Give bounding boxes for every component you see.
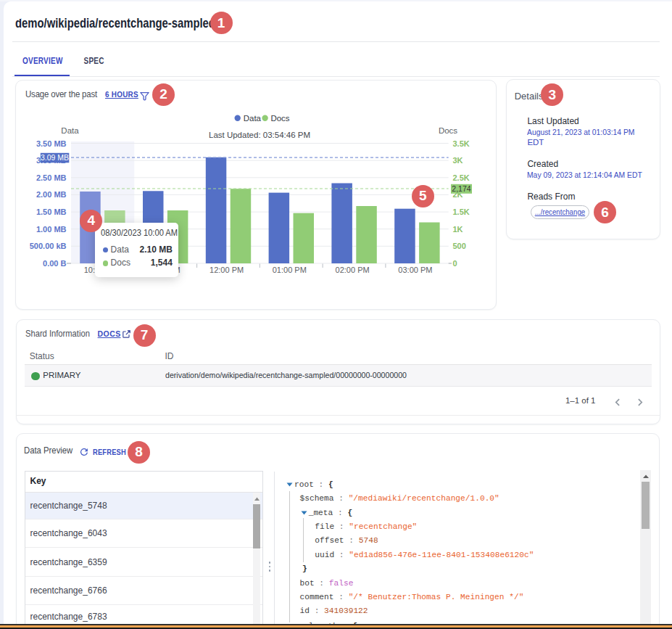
svg-text:Docs: Docs <box>270 114 289 123</box>
svg-text:1.5K: 1.5K <box>453 207 470 216</box>
svg-text:02:00 PM: 02:00 PM <box>336 266 370 274</box>
svg-text:3.09 MB: 3.09 MB <box>41 153 69 162</box>
svg-text:2.50 MB: 2.50 MB <box>36 173 67 182</box>
svg-text:Data: Data <box>61 126 79 135</box>
svg-text:Data: Data <box>244 114 262 123</box>
svg-text:03:00 PM: 03:00 PM <box>398 266 432 274</box>
svg-text:1K: 1K <box>453 225 463 234</box>
svg-text:3.50 MB: 3.50 MB <box>36 139 67 148</box>
svg-text:1.50 MB: 1.50 MB <box>36 207 67 216</box>
svg-text:0.00 B: 0.00 B <box>43 259 66 268</box>
svg-text:2,174: 2,174 <box>452 184 470 193</box>
svg-text:3.5K: 3.5K <box>453 139 470 148</box>
svg-text:3K: 3K <box>453 156 463 165</box>
svg-text:2.5K: 2.5K <box>453 173 470 182</box>
svg-text:2.00 MB: 2.00 MB <box>36 190 67 199</box>
svg-text:500.00 kB: 500.00 kB <box>30 242 67 250</box>
svg-text:Last Updated: 03:54:46 PM: Last Updated: 03:54:46 PM <box>209 131 310 139</box>
svg-text:01:00 PM: 01:00 PM <box>273 266 307 274</box>
svg-text:500: 500 <box>453 242 466 250</box>
svg-text:1.00 MB: 1.00 MB <box>36 225 67 234</box>
svg-text:12:00 PM: 12:00 PM <box>210 266 244 274</box>
svg-text:0: 0 <box>453 259 457 268</box>
svg-text:Docs: Docs <box>439 126 457 135</box>
